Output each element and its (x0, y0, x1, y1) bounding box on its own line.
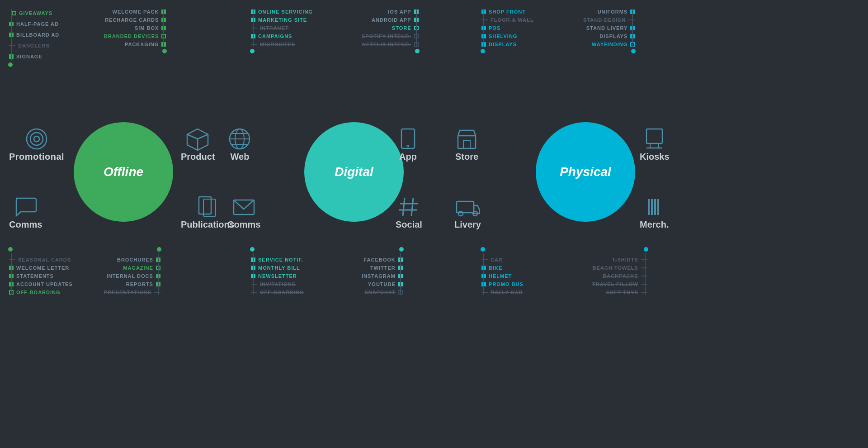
category-product: Product (181, 127, 215, 162)
publications-label: Publications (181, 219, 235, 230)
tree-item: BACKPACKS (603, 273, 647, 279)
tree-item: SOFT TOYS (606, 290, 647, 295)
tree-item: STORE (392, 25, 419, 31)
svg-point-13 (407, 145, 409, 147)
category-kiosks: Kiosks (640, 127, 670, 162)
app-label: App (399, 152, 417, 162)
tree-web-left: ONLINE SERVICING MARKETING SITE INTRANET… (251, 9, 313, 47)
target-icon (24, 127, 49, 152)
tree-store-left: SHOP FRONT FLOOR & WALL POS SHELVING DIS… (481, 9, 534, 47)
tree-item: DISPLAYS (599, 33, 635, 39)
comms-left-label: Comms (9, 219, 42, 230)
tree-item: SHOP FRONT (481, 9, 534, 14)
svg-point-1 (30, 133, 43, 145)
category-livery: Livery (454, 195, 481, 230)
tree-item: INTRANET (251, 25, 313, 31)
tree-item: MICROSITES (251, 42, 313, 47)
box-icon (185, 127, 210, 152)
category-store: Store (454, 127, 479, 162)
tree-item: SEASONAL CARDS (9, 257, 73, 262)
tree-item: WAYFINDING (592, 42, 635, 47)
tree-kiosks-right: UNIFORMS STAND DESIGN STAND LIVERY DISPL… (583, 9, 635, 47)
tree-item: BRANDED DEVICES (104, 33, 166, 39)
kiosks-label: Kiosks (640, 152, 670, 162)
tree-item: HALF-PAGE AD (9, 21, 59, 27)
publications-icon (195, 195, 220, 219)
web-label: Web (231, 152, 250, 162)
tree-item: WELCOME PACK (113, 9, 166, 14)
category-app: App (396, 127, 420, 162)
tree-item: SPOTIFY INTEGR. (362, 33, 419, 39)
tree-livery-bottom: CAR BIKE HELMET PROMO BUS RALLY CAR (481, 253, 524, 295)
tree-item: T-SHIRTS (612, 257, 647, 262)
comms-right-label: Comms (227, 219, 260, 230)
tree-item: GIVEAWAYS (9, 10, 59, 16)
tree-promo-left: GIVEAWAYS HALF-PAGE AD BILLBOARD AD DANG… (9, 9, 59, 61)
tree-item: CAR (481, 257, 524, 262)
truck-icon (455, 195, 480, 219)
tree-item: TWITTER (370, 265, 403, 271)
tree-item: DISPLAYS (481, 42, 534, 47)
social-label: Social (396, 219, 422, 230)
category-web: Web (227, 127, 252, 162)
circle-offline: Offline (74, 122, 173, 222)
svg-rect-14 (458, 136, 476, 148)
tree-promo-right: WELCOME PACK RECHARGE CARDS SIM BOX BRAN… (104, 9, 166, 47)
tree-item: FACEBOOK (363, 257, 402, 262)
tree-item: BIKE (481, 265, 524, 271)
livery-label: Livery (454, 219, 481, 230)
store-label: Store (455, 152, 478, 162)
tree-item: MONTHLY BILL (251, 265, 304, 271)
tree-item: IOS APP (388, 9, 418, 14)
tree-item: REPORTS (126, 281, 160, 287)
tree-item: MARKETING SITE (251, 17, 313, 23)
tree-item: BEACH TOWELS (593, 265, 647, 271)
tree-item: BROCHURES (117, 257, 160, 262)
tree-item: SIGNAGE (9, 54, 59, 59)
category-merch: Merch. (640, 195, 669, 230)
tree-item: INVITATIONS (251, 281, 304, 287)
merch-icon (642, 195, 667, 219)
mail-icon (231, 195, 256, 219)
svg-rect-16 (646, 129, 662, 143)
tree-app-right: IOS APP ANDROID APP STORE SPOTIFY INTEGR… (362, 9, 419, 47)
tree-item: WELCOME LETTER (9, 265, 73, 271)
svg-rect-15 (463, 140, 470, 148)
tree-item: SIM BOX (135, 25, 166, 31)
tree-publications-bottom: BROCHURES MAGAZINE INTERNAL DOCS REPORTS… (104, 253, 160, 295)
tree-item: INSTAGRAM (362, 273, 403, 279)
tree-item: MAGAZINE (123, 265, 160, 271)
circle-physical-label: Physical (560, 165, 611, 179)
svg-line-5 (187, 134, 198, 139)
circle-digital: Digital (304, 122, 404, 222)
tree-comms-left-bottom: SEASONAL CARDS WELCOME LETTER STATEMENTS… (9, 253, 73, 295)
tree-item: PRESENTATIONS (104, 290, 160, 295)
svg-rect-17 (650, 143, 659, 148)
svg-line-23 (411, 198, 413, 216)
svg-point-0 (27, 129, 47, 149)
tablet-icon (396, 127, 420, 152)
main-layout: Offline Digital Physical Promotional Pro… (0, 0, 868, 448)
svg-rect-26 (457, 201, 474, 213)
tree-item: CAMPAIGNS (251, 33, 313, 39)
svg-point-27 (458, 211, 463, 216)
tree-merch-bottom: T-SHIRTS BEACH TOWELS BACKPACKS TRAVEL P… (592, 253, 647, 295)
tree-item: OFF-BOARDING (9, 290, 73, 295)
kiosk-icon (642, 127, 667, 152)
tree-item: ANDROID APP (372, 17, 419, 23)
tree-item: SERVICE NOTIF. (251, 257, 304, 262)
merch-label: Merch. (640, 219, 669, 230)
globe-icon (227, 127, 252, 152)
circle-physical: Physical (536, 122, 635, 222)
tree-comms-right-bottom: SERVICE NOTIF. MONTHLY BILL NEWSLETTER I… (251, 253, 304, 295)
category-promotional: Promotional (9, 127, 64, 162)
tree-item: RECHARGE CARDS (105, 17, 166, 23)
tree-item: NETFLIX INTEGR. (362, 42, 419, 47)
svg-line-22 (403, 198, 405, 216)
tree-item: SNAPCHAT (365, 290, 403, 295)
category-social: Social (396, 195, 422, 230)
product-label: Product (181, 152, 215, 162)
category-comms-left: Comms (9, 195, 42, 230)
tree-item: DANGLERS (9, 43, 59, 48)
circle-digital-label: Digital (335, 165, 373, 179)
